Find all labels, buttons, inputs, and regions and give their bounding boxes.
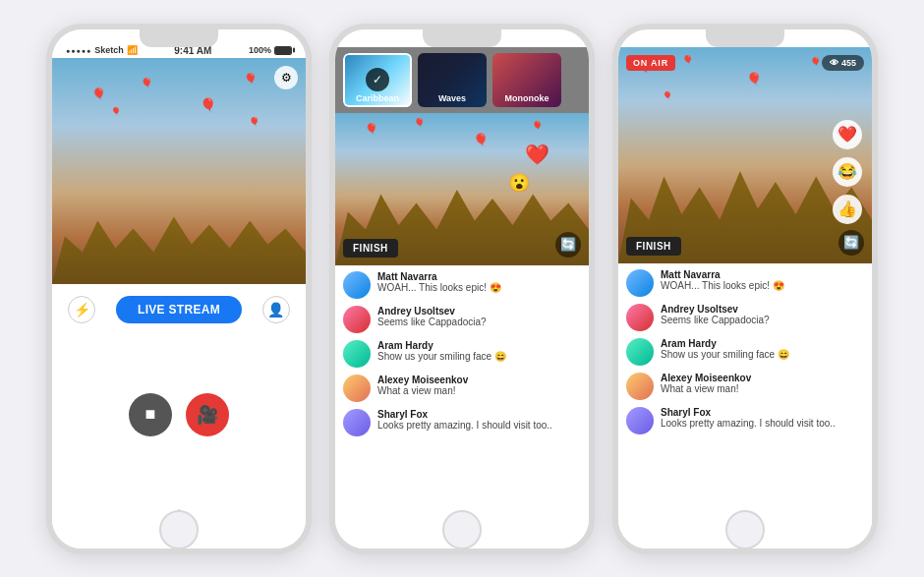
person-icon[interactable]: 👤	[262, 296, 290, 323]
filter-mononoke-label: Mononoke	[492, 93, 561, 103]
video-area-2: 🎈 🎈 🎈 🎈 ❤️ 😮 FINISH 🔄	[335, 113, 589, 265]
reactions-panel: ❤️ 😂 👍	[833, 120, 862, 224]
commenter3-name-1: Matt Navarra	[661, 269, 864, 280]
vol-down-button[interactable]	[47, 144, 51, 171]
filter-caribbean-label: Caribbean	[343, 93, 412, 103]
status-bar-1: ●●●●● Sketch 📶 9:41 AM 100%	[52, 39, 306, 58]
avatar-2	[343, 306, 371, 333]
comment-row-5: Sharyl Fox Looks pretty amazing. I shoul…	[343, 409, 581, 436]
comment3-msg-1: WOAH... This looks epic! 😍	[661, 280, 864, 291]
phone-3: 🎈 🎈 🎈 🎈 🎈 ON AIR 👁 455 ❤️ 😂 👍 FINISH 🔄 M…	[612, 24, 878, 554]
signal-dots: ●●●●●	[66, 47, 91, 54]
carrier-label: Sketch	[94, 45, 124, 55]
commenter-name-4: Alexey Moiseenkov	[377, 375, 581, 385]
photo-button[interactable]: ■	[129, 393, 172, 436]
finish-button-3[interactable]: FINISH	[626, 237, 681, 256]
comment-row-1: Matt Navarra WOAH... This looks epic! 😍	[343, 271, 581, 299]
avatar3-4	[626, 373, 654, 400]
lightning-icon[interactable]: ⚡	[68, 296, 95, 323]
comment-block-2: Andrey Usoltsev Seems like Cappadocia?	[377, 306, 581, 327]
on-air-badge: ON AIR	[626, 55, 675, 71]
comment3-block-2: Andrey Usoltsev Seems like Cappadocia?	[661, 304, 864, 325]
comment-msg-5: Looks pretty amazing. I should visit too…	[377, 420, 581, 431]
lb2: 🎈	[682, 55, 693, 65]
comment3-msg-5: Looks pretty amazing. I should visit too…	[661, 418, 864, 429]
comment-msg-1: WOAH... This looks epic! 😍	[377, 282, 581, 293]
home-button-3[interactable]	[725, 510, 765, 549]
power-button[interactable]	[307, 118, 311, 157]
vol-down-button-2[interactable]	[330, 144, 334, 171]
comment3-block-1: Matt Navarra WOAH... This looks epic! 😍	[661, 269, 864, 291]
filter-caribbean[interactable]: ✓ Caribbean	[343, 53, 412, 107]
comment3-row-3: Aram Hardy Show us your smiling face 😄	[626, 338, 864, 366]
commenter-name-2: Andrey Usoltsev	[377, 306, 581, 317]
vb4: 🎈	[532, 121, 543, 131]
avatar-4	[343, 375, 371, 402]
comment3-block-4: Alexey Moiseenkov What a view man!	[661, 373, 864, 394]
commenter-name-3: Aram Hardy	[377, 340, 581, 351]
avatar-3	[343, 340, 371, 368]
vol-up-button-2[interactable]	[330, 108, 334, 136]
comment-msg-2: Seems like Cappadocia?	[377, 317, 581, 327]
avatar-5	[343, 409, 371, 436]
phone3-comments: Matt Navarra WOAH... This looks epic! 😍 …	[618, 263, 872, 548]
phone-2: ✓ Caribbean Waves Mononoke 🎈 🎈 🎈 🎈 ❤️ 😮 …	[329, 24, 595, 554]
lb4: 🎈	[810, 57, 821, 67]
comment3-msg-3: Show us your smiling face 😄	[661, 349, 864, 360]
camera-buttons-row: ■ 🎥	[129, 393, 229, 436]
gear-icon: ⚙	[281, 71, 292, 85]
status-right: 100%	[249, 45, 292, 55]
vb2: 🎈	[414, 118, 425, 128]
comment3-row-5: Sharyl Fox Looks pretty amazing. I shoul…	[626, 407, 864, 434]
reaction-like-3: 👍	[833, 195, 862, 224]
vb1: 🎈	[365, 123, 378, 136]
filter-mononoke[interactable]: Mononoke	[492, 53, 561, 107]
commenter3-name-2: Andrey Usoltsev	[661, 304, 864, 315]
reaction-heart: ❤️	[525, 143, 549, 166]
comment3-row-1: Matt Navarra WOAH... This looks epic! 😍	[626, 269, 864, 297]
home-button-1[interactable]	[159, 510, 199, 549]
commenter3-name-5: Sharyl Fox	[661, 407, 864, 418]
camera-switch-3[interactable]: 🔄	[838, 230, 864, 256]
phone-1: ●●●●● Sketch 📶 9:41 AM 100% 🎈 🎈 🎈 🎈 🎈 🎈 …	[46, 24, 312, 554]
power-button-2[interactable]	[590, 118, 594, 157]
comment3-block-3: Aram Hardy Show us your smiling face 😄	[661, 338, 864, 360]
balloon-4: 🎈	[249, 117, 260, 127]
settings-button[interactable]: ⚙	[274, 66, 298, 89]
vol-up-button-3[interactable]	[613, 108, 617, 136]
live-stream-row: ⚡ LIVE STREAM 👤	[68, 296, 290, 323]
video-icon: 🎥	[197, 404, 218, 426]
avatar-1	[343, 271, 371, 299]
comment-row-2: Andrey Usoltsev Seems like Cappadocia?	[343, 306, 581, 333]
balloon-3: 🎈	[200, 97, 216, 113]
reaction-heart-3: ❤️	[833, 120, 862, 149]
vol-up-button[interactable]	[47, 108, 51, 136]
phone2-content: ✓ Caribbean Waves Mononoke 🎈 🎈 🎈 🎈 ❤️ 😮 …	[335, 47, 589, 548]
lb3: 🎈	[746, 72, 762, 87]
balloon-5: 🎈	[244, 73, 258, 86]
live-stream-button[interactable]: LIVE STREAM	[116, 296, 242, 323]
filter-waves[interactable]: Waves	[418, 53, 487, 107]
commenter3-name-4: Alexey Moiseenkov	[661, 373, 864, 383]
avatar3-5	[626, 407, 654, 434]
comment3-row-2: Andrey Usoltsev Seems like Cappadocia?	[626, 304, 864, 331]
live-video-area: 🎈 🎈 🎈 🎈 🎈 ON AIR 👁 455 ❤️ 😂 👍 FINISH 🔄	[618, 47, 872, 263]
photo-icon: ■	[145, 404, 156, 425]
camera-preview: 🎈 🎈 🎈 🎈 🎈 🎈 ⚙	[52, 58, 306, 284]
reaction-laugh-3: 😂	[833, 157, 862, 187]
avatar3-1	[626, 269, 654, 297]
controls-panel: ⚡ LIVE STREAM 👤 ■ 🎥 ∧ Photos	[52, 284, 306, 548]
vol-down-button-3[interactable]	[613, 144, 617, 171]
commenter3-name-3: Aram Hardy	[661, 338, 864, 349]
comment3-block-5: Sharyl Fox Looks pretty amazing. I shoul…	[661, 407, 864, 429]
comment3-msg-4: What a view man!	[661, 383, 864, 394]
power-button-3[interactable]	[873, 118, 877, 157]
check-icon: ✓	[366, 68, 389, 91]
camera-switch-2[interactable]: 🔄	[555, 232, 581, 258]
comment-block-4: Alexey Moiseenkov What a view man!	[377, 375, 581, 396]
video-button[interactable]: 🎥	[186, 393, 229, 436]
finish-button-2[interactable]: FINISH	[343, 239, 398, 258]
viewer-count: 👁 455	[822, 55, 864, 71]
home-button-2[interactable]	[442, 510, 482, 549]
wifi-icon: 📶	[127, 45, 138, 55]
